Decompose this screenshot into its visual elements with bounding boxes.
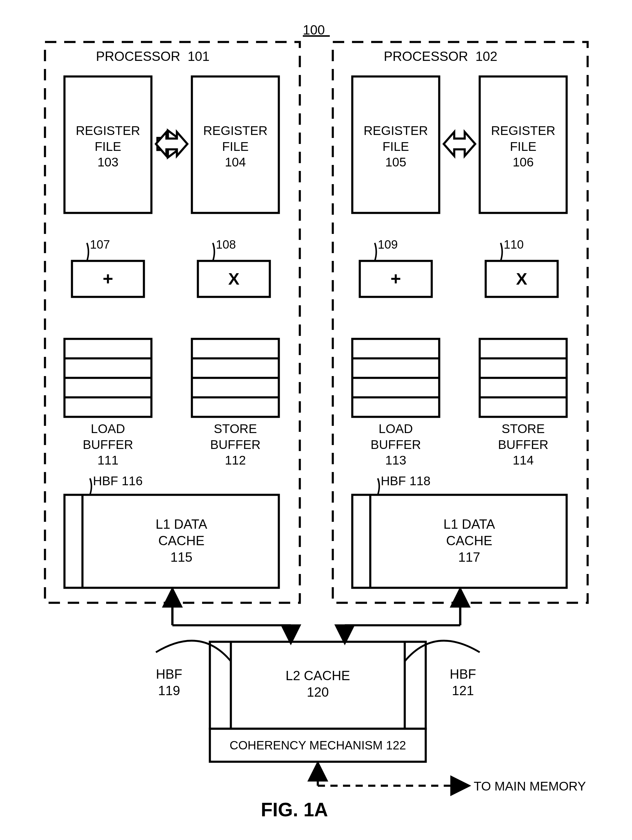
regfile-105: REGISTERFILE105 [362,123,429,171]
regfile-103: REGISTERFILE103 [74,123,142,171]
adder-109: + [360,267,432,290]
regfile-104: REGISTERFILE104 [202,123,269,171]
adder-107: + [72,267,144,290]
store-buffer-114: STOREBUFFER114 [480,421,567,469]
figure-title: FIG. 1A [261,798,328,822]
figure-ref: 100 [303,22,325,38]
multiplier-108: X [198,268,270,289]
ref-107: 107 [90,237,110,252]
ref-108: 108 [216,237,236,252]
hbf-116: HBF 116 [93,473,143,489]
hbf-121: HBF121 [450,666,476,699]
to-main-memory-label: TO MAIN MEMORY [474,778,586,794]
l1-cache-117: L1 DATACACHE117 [372,516,567,565]
processor-2-title: PROCESSOR 102 [384,48,497,65]
multiplier-110: X [486,268,558,289]
ref-110: 110 [504,237,524,252]
l2-cache-120: L2 CACHE120 [234,667,402,700]
coherency-122: COHERENCY MECHANISM 122 [210,738,426,753]
hbf-119: HBF119 [156,666,182,699]
load-buffer-111: LOADBUFFER111 [65,421,151,469]
regfile-106: REGISTERFILE106 [490,123,557,171]
processor-1-title: PROCESSOR 101 [96,48,210,65]
load-buffer-113: LOADBUFFER113 [352,421,439,469]
ref-109: 109 [378,237,398,252]
l1-cache-115: L1 DATACACHE115 [84,516,279,565]
hbf-118: HBF 118 [381,473,430,489]
store-buffer-112: STOREBUFFER112 [192,421,279,469]
